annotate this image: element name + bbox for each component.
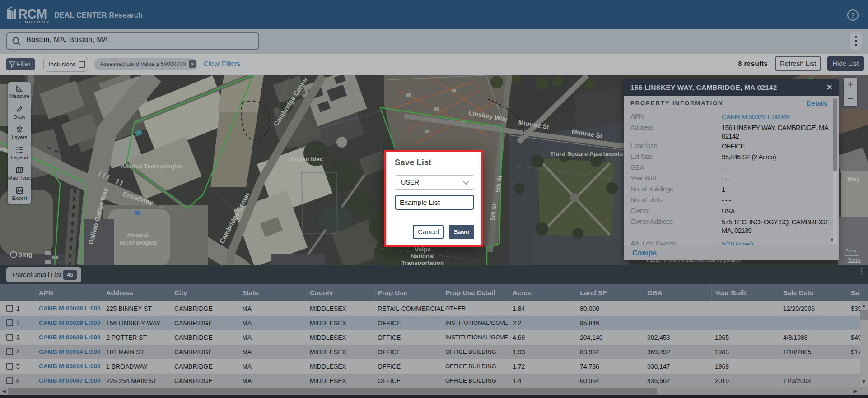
svg-text:LIGHTBOX: LIGHTBOX [19, 19, 50, 24]
svg-text:Transportation: Transportation [401, 259, 444, 265]
svg-text:Volpe: Volpe [415, 246, 431, 253]
svg-text:Way: Way [847, 176, 860, 183]
svg-text:bing: bing [18, 250, 33, 258]
svg-text:Akamai Technologies: Akamai Technologies [121, 163, 183, 170]
svg-text:Terms: Terms [848, 258, 860, 263]
svg-text:Biogen Idec: Biogen Idec [289, 156, 323, 162]
svg-text:Third Square Apartments: Third Square Apartments [550, 150, 623, 157]
svg-text:25 m: 25 m [845, 248, 856, 253]
svg-text:Akamai: Akamai [127, 232, 149, 239]
svg-text:Technologies: Technologies [118, 239, 157, 246]
svg-text:National: National [411, 253, 434, 259]
